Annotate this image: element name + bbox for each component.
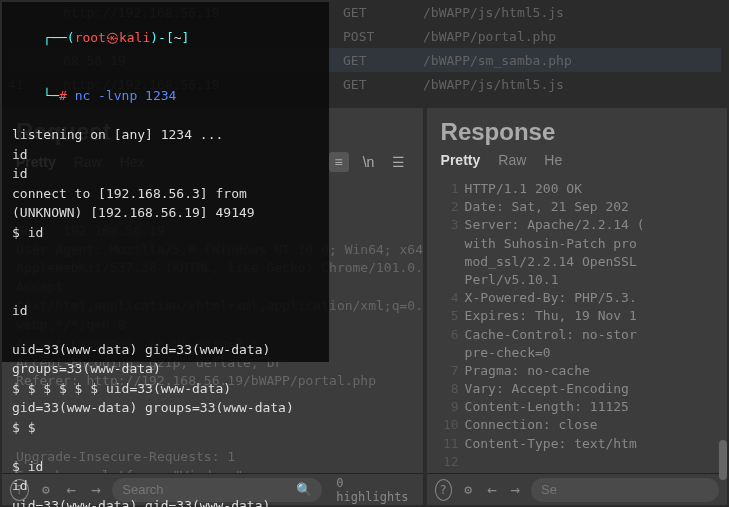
terminal-line: id bbox=[12, 164, 319, 184]
wrap-icon[interactable]: ≡ bbox=[329, 152, 349, 172]
help-icon[interactable]: ? bbox=[435, 479, 452, 501]
prev-icon[interactable]: ← bbox=[485, 480, 500, 499]
terminal-line bbox=[12, 262, 319, 282]
terminal-line: $ $ $ $ $ $ uid=33(www-data) gid=33(www-… bbox=[12, 379, 319, 418]
row-url: /bWAPP/portal.php bbox=[423, 29, 721, 44]
response-line: pre-check=0 bbox=[441, 344, 713, 362]
response-tabs: Pretty Raw He bbox=[427, 152, 727, 176]
terminal-line: id bbox=[12, 145, 319, 165]
response-bottom-bar: ? ⚙ ← → bbox=[427, 473, 727, 505]
gear-icon[interactable]: ⚙ bbox=[460, 479, 477, 501]
terminal-line: $ id bbox=[12, 457, 319, 477]
terminal-line: $ $ bbox=[12, 418, 319, 438]
row-method: POST bbox=[343, 29, 423, 44]
terminal-overlay[interactable]: ┌──(root㉿kali)-[~] └─# nc -lvnp 1234 lis… bbox=[2, 2, 329, 362]
terminal-line bbox=[12, 437, 319, 457]
newline-icon[interactable]: \n bbox=[359, 152, 379, 172]
terminal-line: connect to [192.168.56.3] from (UNKNOWN)… bbox=[12, 184, 319, 223]
row-url: /bWAPP/sm_samba.php bbox=[423, 53, 721, 68]
search-input[interactable] bbox=[541, 482, 709, 497]
response-line: 11Content-Type: text/htm bbox=[441, 435, 713, 453]
response-line: 10Connection: close bbox=[441, 416, 713, 434]
highlight-count: 0 highlights bbox=[336, 476, 408, 504]
response-line: 6Cache-Control: no-stor bbox=[441, 326, 713, 344]
row-method: GET bbox=[343, 77, 423, 92]
row-url: /bWAPP/js/html5.js bbox=[423, 5, 721, 20]
response-line: 4X-Powered-By: PHP/5.3. bbox=[441, 289, 713, 307]
terminal-line bbox=[12, 320, 319, 340]
response-line: with Suhosin-Patch pro bbox=[441, 235, 713, 253]
row-method: GET bbox=[343, 5, 423, 20]
row-url: /bWAPP/js/html5.js bbox=[423, 77, 721, 92]
row-method: GET bbox=[343, 53, 423, 68]
terminal-prompt: ┌──(root㉿kali)-[~] bbox=[12, 8, 319, 67]
tab-hex[interactable]: He bbox=[544, 152, 562, 168]
response-panel: Response Pretty Raw He 1HTTP/1.1 200 OK2… bbox=[427, 108, 727, 505]
terminal-line bbox=[12, 281, 319, 301]
response-line: 1HTTP/1.1 200 OK bbox=[441, 180, 713, 198]
response-line: 3Server: Apache/2.2.14 ( bbox=[441, 216, 713, 234]
terminal-line: uid=33(www-data) gid=33(www-data) groups… bbox=[12, 496, 319, 508]
terminal-prompt-line2: └─# nc -lvnp 1234 bbox=[12, 67, 319, 126]
response-line: 8Vary: Accept-Encoding bbox=[441, 380, 713, 398]
terminal-line bbox=[12, 242, 319, 262]
response-line: 12 bbox=[441, 453, 713, 471]
terminal-line: id bbox=[12, 301, 319, 321]
response-content[interactable]: 1HTTP/1.1 200 OK2Date: Sat, 21 Sep 2023S… bbox=[427, 176, 727, 505]
terminal-line: id bbox=[12, 476, 319, 496]
terminal-line: listening on [any] 1234 ... bbox=[12, 125, 319, 145]
response-line: Perl/v5.10.1 bbox=[441, 271, 713, 289]
panel-title: Response bbox=[427, 108, 727, 152]
tab-pretty[interactable]: Pretty bbox=[441, 152, 481, 168]
response-line: 5Expires: Thu, 19 Nov 1 bbox=[441, 307, 713, 325]
response-line: 9Content-Length: 11125 bbox=[441, 398, 713, 416]
terminal-line: $ id bbox=[12, 223, 319, 243]
hamburger-icon[interactable]: ☰ bbox=[389, 152, 409, 172]
search-box[interactable] bbox=[531, 478, 719, 502]
scrollbar-thumb[interactable] bbox=[719, 440, 727, 480]
response-line: 2Date: Sat, 21 Sep 202 bbox=[441, 198, 713, 216]
next-icon[interactable]: → bbox=[508, 480, 523, 499]
response-line: mod_ssl/2.2.14 OpenSSL bbox=[441, 253, 713, 271]
tab-raw[interactable]: Raw bbox=[498, 152, 526, 168]
response-line: 7Pragma: no-cache bbox=[441, 362, 713, 380]
terminal-line: uid=33(www-data) gid=33(www-data) groups… bbox=[12, 340, 319, 379]
